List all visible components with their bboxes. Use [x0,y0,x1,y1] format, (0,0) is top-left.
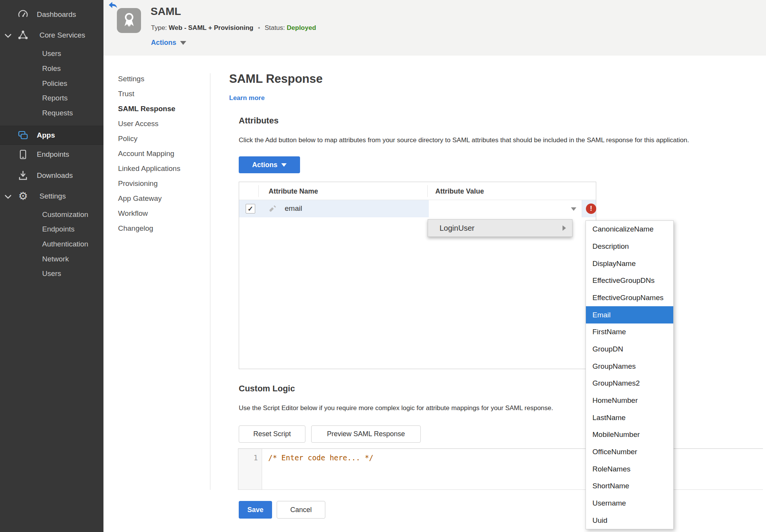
menu-item-shortname[interactable]: ShortName [586,478,673,495]
menu-item-username[interactable]: Username [586,495,673,512]
preview-saml-response-button[interactable]: Preview SAML Response [311,425,421,443]
section-title: SAML Response [229,72,323,86]
sidebar-item-network[interactable]: Network [42,251,103,266]
tab-policy[interactable]: Policy [118,133,138,144]
type-label: Type: [151,24,167,31]
menu-item-effectivegroupdns[interactable]: EffectiveGroupDNs [586,272,673,289]
learn-more-link[interactable]: Learn more [229,94,265,102]
menu-item-groupdn[interactable]: GroupDN [586,341,673,358]
column-header-attribute-value: Attribute Value [435,187,484,195]
back-arrow-icon[interactable] [108,2,118,9]
gear-icon: ⚙ [18,191,28,202]
line-number: 1 [254,453,258,462]
menu-item-canonicalizename[interactable]: CanonicalizeName [586,221,673,238]
menu-item-mobilenumber[interactable]: MobileNumber [586,426,673,443]
ribbon-icon [121,12,137,29]
sidebar-item-label: Core Services [39,31,85,39]
editor-gutter: 1 [238,449,262,489]
tab-provisioning[interactable]: Provisioning [118,178,158,189]
sidebar-item-settings[interactable]: ⚙ Settings [0,187,103,205]
reset-script-button[interactable]: Reset Script [239,425,305,443]
header-separator [258,185,259,197]
sidebar-item-requests[interactable]: Requests [42,105,103,120]
custom-logic-heading: Custom Logic [239,384,295,394]
attributes-description: Click the Add button below to map attrib… [239,136,689,144]
chevron-down-icon[interactable] [5,194,11,199]
sidebar-item-label: Downloads [37,171,73,180]
actions-button[interactable]: Actions [239,156,300,173]
header-actions-label: Actions [151,39,176,47]
code-line[interactable]: /* Enter code here... */ [268,453,374,462]
type-value: Web - SAML + Provisioning [169,24,253,31]
menu-item-effectivegroupnames[interactable]: EffectiveGroupNames [586,289,673,307]
menu-item-uuid[interactable]: Uuid [586,512,673,529]
gauge-icon [18,9,28,20]
menu-item-label: LoginUser [440,224,474,233]
error-icon: ! [586,204,596,214]
script-editor[interactable]: 1 /* Enter code here... */ [238,448,763,490]
column-header-attribute-name: Attribute Name [269,187,318,195]
menu-item-description[interactable]: Description [586,238,673,255]
row-checkbox[interactable]: ✓ [246,204,255,213]
chevron-down-icon[interactable] [5,33,11,38]
sidebar-item-reports[interactable]: Reports [42,90,103,105]
sidebar-item-dashboards[interactable]: Dashboards [0,5,103,24]
app-header: SAML Type: Web - SAML + Provisioning • S… [103,0,766,56]
tab-changelog[interactable]: Changelog [118,223,153,234]
main-sidebar: Dashboards Core Services Users Roles Pol… [0,0,103,532]
sidebar-item-endpoints[interactable]: Endpoints [0,145,103,164]
sidebar-item-users[interactable]: Users [42,46,103,61]
attribute-name-cell: email [285,204,302,213]
sidebar-item-policies[interactable]: Policies [42,76,103,91]
sidebar-item-downloads[interactable]: Downloads [0,166,103,185]
actions-button-label: Actions [252,161,277,169]
save-button[interactable]: Save [239,501,272,519]
header-separator [427,185,428,197]
tab-saml-response[interactable]: SAML Response [118,103,176,115]
status-badge: Deployed [287,24,316,31]
menu-item-loginuser[interactable]: LoginUser [428,219,572,237]
sidebar-item-customization[interactable]: Customization [42,207,103,222]
app-meta: Type: Web - SAML + Provisioning • Status… [151,24,316,32]
sidebar-item-label: Settings [39,192,66,200]
menu-item-officenumber[interactable]: OfficeNumber [586,443,673,461]
menu-item-lastname[interactable]: LastName [586,409,673,426]
sidebar-item-authentication[interactable]: Authentication [42,236,103,251]
sidebar-item-core-services[interactable]: Core Services [0,26,103,44]
menu-item-rolenames[interactable]: RoleNames [586,460,673,478]
menu-item-firstname[interactable]: FirstName [586,323,673,341]
edit-pencil-icon[interactable] [268,204,277,213]
tab-app-gateway[interactable]: App Gateway [118,193,162,204]
core-services-icon [18,30,28,41]
attribute-value-dropdown[interactable] [429,200,582,217]
menu-item-displayname[interactable]: DisplayName [586,255,673,272]
tab-linked-applications[interactable]: Linked Applications [118,163,180,174]
tab-account-mapping[interactable]: Account Mapping [118,148,174,159]
separator-dot: • [255,24,263,31]
sidebar-item-label: Endpoints [37,150,69,159]
sidebar-item-settings-endpoints[interactable]: Endpoints [42,222,103,236]
tab-settings[interactable]: Settings [118,73,144,85]
tab-trust[interactable]: Trust [118,88,135,100]
sidebar-item-settings-users[interactable]: Users [42,266,103,281]
menu-item-groupnames[interactable]: GroupNames [586,358,673,375]
status-label: Status: [265,24,285,31]
caret-down-icon [180,41,186,45]
header-actions-menu[interactable]: Actions [151,39,186,47]
table-row[interactable]: ✓ email ! [239,200,596,217]
page-title: SAML [151,5,181,18]
sidebar-item-roles[interactable]: Roles [42,61,103,76]
apps-icon [18,130,28,141]
menu-item-homenumber[interactable]: HomeNumber [586,392,673,409]
tab-user-access[interactable]: User Access [118,118,159,130]
sidebar-item-label: Dashboards [37,10,76,19]
attributes-heading: Attributes [239,116,279,126]
check-icon: ✓ [248,205,253,213]
tab-workflow[interactable]: Workflow [118,208,148,219]
app-logo [117,8,141,33]
cancel-button[interactable]: Cancel [277,501,325,519]
sidebar-item-apps[interactable]: Apps [0,126,103,145]
download-icon [18,170,28,181]
menu-item-groupnames2[interactable]: GroupNames2 [586,375,673,392]
menu-item-email[interactable]: Email [586,306,673,323]
